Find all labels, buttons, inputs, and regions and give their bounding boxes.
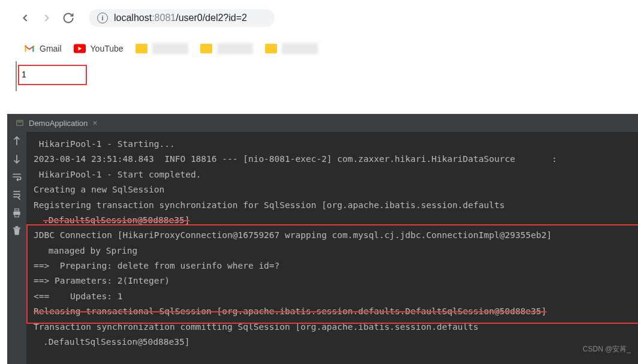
response-result: 1 xyxy=(18,65,87,85)
log-line: Creating a new SqlSession xyxy=(34,182,631,197)
url-host: localhost xyxy=(114,13,152,23)
svg-rect-7 xyxy=(16,226,19,227)
svg-rect-1 xyxy=(17,121,23,126)
page-content: 1 xyxy=(0,61,638,89)
back-button[interactable] xyxy=(18,11,32,25)
scroll-end-icon[interactable] xyxy=(11,189,22,200)
log-line: JDBC Connection [HikariProxyConnection@1… xyxy=(34,228,631,243)
cursor-line xyxy=(16,61,17,91)
folder-blur xyxy=(217,43,253,54)
reload-button[interactable] xyxy=(61,11,76,25)
folder-icon xyxy=(136,44,148,53)
ide-tab-demoapp[interactable]: DemoApplication × xyxy=(10,116,103,130)
log-line: managed by Spring xyxy=(34,243,631,258)
url-port: :8081 xyxy=(152,13,176,23)
bookmarks-bar: Gmail YouTube xyxy=(0,36,638,61)
soft-wrap-icon[interactable] xyxy=(11,172,22,182)
log-line: Registering transaction synchronization … xyxy=(34,198,631,213)
browser-area: i localhost:8081/user0/del2?id=2 Gmail Y… xyxy=(0,0,638,89)
console-output[interactable]: HikariPool-1 - Starting... 2023-08-14 23… xyxy=(26,132,638,364)
bookmark-folder-1[interactable] xyxy=(136,43,188,54)
tab-close[interactable]: × xyxy=(92,118,97,128)
ide-console-area: DemoApplication × HikariPool-1 - Startin… xyxy=(7,114,638,364)
bookmark-folder-3[interactable] xyxy=(265,43,318,54)
ide-sidebar xyxy=(7,132,26,364)
youtube-icon xyxy=(74,44,86,53)
bookmark-youtube[interactable]: YouTube xyxy=(74,44,124,53)
bookmark-gmail[interactable]: Gmail xyxy=(24,44,62,53)
log-line: ==> Parameters: 2(Integer) xyxy=(34,273,631,288)
tab-title: DemoApplication xyxy=(29,119,88,128)
ide-tabs: DemoApplication × xyxy=(7,114,638,132)
site-info-icon[interactable]: i xyxy=(97,13,108,23)
url-text: localhost:8081/user0/del2?id=2 xyxy=(114,13,247,23)
arrow-down-icon[interactable] xyxy=(11,154,22,164)
log-line: .DefaultSqlSession@50d88e35] xyxy=(34,335,631,350)
watermark: CSDN @安苒_ xyxy=(583,343,631,356)
log-line: Transaction synchronization committing S… xyxy=(34,320,631,335)
log-line: Releasing transactional SqlSession [org.… xyxy=(34,304,631,319)
gmail-icon xyxy=(24,44,35,53)
url-path: /user0/del2?id=2 xyxy=(176,13,247,23)
folder-blur xyxy=(282,43,318,54)
youtube-label: YouTube xyxy=(91,44,124,53)
browser-toolbar: i localhost:8081/user0/del2?id=2 xyxy=(0,0,638,36)
trash-icon[interactable] xyxy=(11,225,22,236)
svg-rect-6 xyxy=(13,227,20,228)
ide-body: HikariPool-1 - Starting... 2023-08-14 23… xyxy=(7,132,638,364)
log-line: 2023-08-14 23:51:48.843 INFO 18816 --- [… xyxy=(34,152,631,167)
folder-icon xyxy=(265,44,277,53)
bookmark-folder-2[interactable] xyxy=(200,43,253,54)
arrow-up-icon[interactable] xyxy=(11,136,22,146)
log-line: .DefaultSqlSession@50d88e35] xyxy=(34,213,631,228)
svg-rect-4 xyxy=(15,209,19,210)
log-line: ==> Preparing: delete from userinfo wher… xyxy=(34,258,631,273)
forward-button[interactable] xyxy=(40,11,54,25)
log-line: HikariPool-1 - Start completed. xyxy=(34,167,631,182)
address-bar[interactable]: i localhost:8081/user0/del2?id=2 xyxy=(89,9,275,27)
gmail-label: Gmail xyxy=(40,44,62,53)
folder-blur xyxy=(152,43,188,54)
print-icon[interactable] xyxy=(11,207,22,218)
run-config-icon xyxy=(16,119,24,127)
log-line: HikariPool-1 - Starting... xyxy=(34,137,631,152)
svg-rect-2 xyxy=(18,121,22,122)
folder-icon xyxy=(200,44,212,53)
log-line: <== Updates: 1 xyxy=(34,289,631,304)
